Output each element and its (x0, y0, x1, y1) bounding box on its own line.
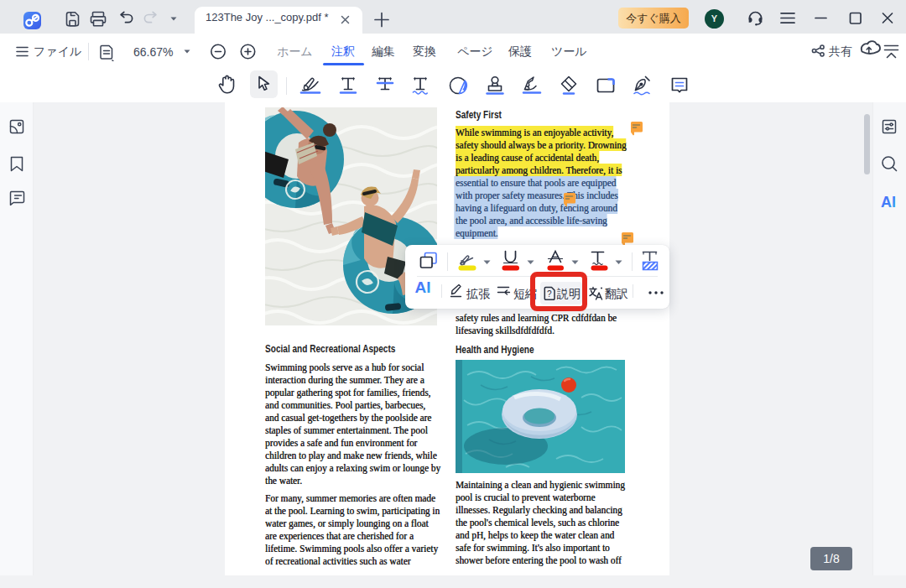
svg-text:AI: AI (415, 278, 431, 296)
svg-text:AI: AI (881, 194, 896, 211)
